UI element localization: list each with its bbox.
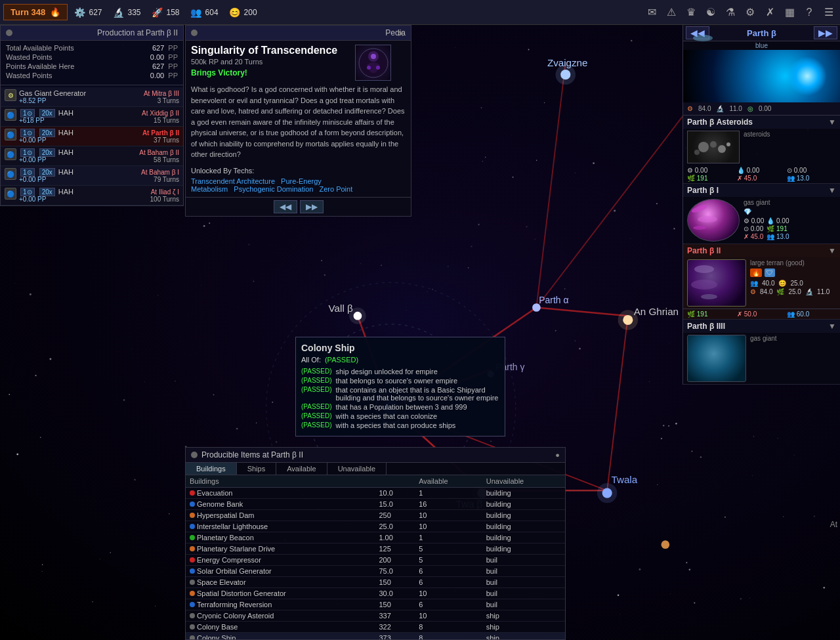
item-num-cell: 10 [415,510,482,521]
production-item[interactable]: 🔵 1⊙ 20x HAH At Baham β II +0.00 PP 58 T… [1,146,183,166]
item-num-cell: 1 [415,532,482,544]
p1-stat-1: ⚙ 0.00 [744,217,766,224]
star-display [683,50,840,102]
bullet-blue [190,602,195,607]
production-value: 627 [89,8,102,17]
crown-icon[interactable]: ♛ [683,5,699,20]
p1-stat-3: ⊙ 0.00 [744,225,766,232]
table-row[interactable]: Hyperspatial Dam 250 10 building [186,510,565,521]
tab-ships[interactable]: Ships [237,463,277,475]
production-item[interactable]: 🔵 1⊙ 20x HAH At Xiddig β II +618 PP 15 T… [1,107,183,127]
tooltip-req-1: (PASSED) ship design unlocked for empire [301,368,499,375]
tech-link-5[interactable]: Zero Point [319,185,352,193]
item-info: 1⊙ 20x HAH At Baham β II +0.00 PP 58 Tur… [19,148,179,163]
pedia-header: Pedia ✕ [186,26,411,41]
item-pp: +8.52 PP [19,97,46,104]
planet3-expand[interactable]: ▼ [828,322,836,331]
item-name-cell: Evacuation [186,488,375,499]
item-cost-cell: 250 [375,510,415,521]
planet2-stats: 👥 40.0 😊 25.0 ⚙ 84.0 🌿 25.0 🔬 11.0 [750,279,830,296]
close2-icon[interactable]: ✗ [762,5,778,20]
table-row[interactable]: Cryonic Colony Asteroid 337 10 ship [186,610,565,622]
table-row[interactable]: Colony Base 322 8 ship [186,622,565,633]
bottom-close-button[interactable]: ● [555,451,560,459]
item-name-cell: Colony Ship [186,633,375,640]
req2-status: (PASSED) [301,377,332,385]
tooltip-req-2: (PASSED) that belongs to source's owner … [301,377,499,385]
item-turns: 37 Turns [154,137,179,144]
pedia-panel: Pedia ✕ Singularity of Transcendence 500… [185,25,411,217]
table-row[interactable]: Planetary Beacon 1.00 1 building [186,532,565,544]
pedia-body: What is godhood? Is a god concerned with… [186,81,411,163]
total-points-row: Total Available Points 627 PP [6,43,178,53]
wasted2-unit: PP [168,72,178,79]
p1-stat-5: ✗ 45.0 [744,233,766,240]
menu-icon[interactable]: ☰ [821,5,837,20]
production-item[interactable]: ⚙ Gas Giant Generator At Mitra β III +8.… [1,87,183,107]
pedia-nav: ◀◀ ▶▶ [186,197,411,216]
asteroids-body: asteroids [683,129,840,165]
food-val: 25.0 [788,288,801,295]
diplomacy-icon[interactable]: ☯ [703,5,719,20]
items-table: Buildings Available Unavailable Evacuati… [186,475,565,639]
tech-link-4[interactable]: Psychogenic Domination [234,185,313,193]
item-type-cell: buil [482,577,565,588]
at-text: At [830,520,837,529]
production-item[interactable]: 🔵 1⊙ 20x HAH At Parth β II +0.00 PP 37 T… [1,127,183,146]
planet2-info: large terran (good) 🔥 🛡 👥 40.0 😊 25.0 ⚙ … [750,259,830,307]
help-icon[interactable]: ? [801,5,817,20]
table-row[interactable]: Terraforming Reversion 150 6 buil [186,599,565,610]
asteroids-expand[interactable]: ▼ [828,117,836,127]
tab-unavailable[interactable]: Unavailable [327,463,387,475]
pedia-nav-back[interactable]: ◀◀ [274,200,297,213]
table-row[interactable]: Genome Bank 15.0 16 building [186,499,565,510]
turn-button[interactable]: Turn 348 🔥 [3,4,68,20]
research2-icon[interactable]: ⚗ [723,5,738,20]
wasted1-value: 0.00 [150,53,164,61]
tech-link-2[interactable]: Pure-Energy [281,177,322,185]
item-pp: +0.00 PP [19,156,46,163]
item-cost-cell: 322 [375,622,415,633]
population-icon: 👥 [190,6,203,19]
production-item[interactable]: 🔵 1⊙ 20x HAH At Iliad ζ I +0.00 PP 100 T… [1,186,183,205]
table-row[interactable]: Spatial Distortion Generator 30.0 10 bui… [186,588,565,599]
here-label: Points Available Here [6,62,74,70]
table-row[interactable]: Interstellar Lighthouse 25.0 10 building [186,521,565,532]
planet2-expand[interactable]: ▼ [828,246,836,255]
tech-link-1[interactable]: Transcendent Architecture [191,177,275,185]
ast-stat-5: ✗ 45.0 [737,175,786,182]
tech-link-3[interactable]: Metabolism [191,185,228,193]
res-other-val: 0.00 [759,105,771,112]
total-value: 627 [152,44,164,52]
map-icon[interactable]: ▦ [782,5,797,20]
alert-icon[interactable]: ⚠ [663,5,679,20]
table-row[interactable]: Space Elevator 150 6 buil [186,577,565,588]
settings-icon[interactable]: ⚙ [742,5,758,20]
bottom-header: Producible Items at Parth β II ● [186,448,565,463]
item-cost-cell: 150 [375,577,415,588]
planet1-expand[interactable]: ▼ [828,186,836,195]
pedia-close-button[interactable]: ✕ [395,28,407,40]
stats-pop: 👥 40.0 😊 25.0 [750,279,830,288]
svg-point-245 [376,66,380,70]
right-nav-fwd[interactable]: ▶▶ [814,26,837,39]
table-row[interactable]: Energy Compressor 200 5 buil [186,555,565,566]
items-table-scroll[interactable]: Buildings Available Unavailable Evacuati… [186,475,565,639]
top-bar-icons: ✉ ⚠ ♛ ☯ ⚗ ⚙ ✗ ▦ ? ☰ [644,5,837,20]
table-row[interactable]: Planetary Starlane Drive 125 5 building [186,544,565,555]
table-row[interactable]: Colony Ship 373 8 ship [186,633,565,640]
production-item[interactable]: 🔵 1⊙ 20x HAH At Baham β I +0.00 PP 79 Tu… [1,166,183,186]
pedia-nav-fwd[interactable]: ▶▶ [300,200,324,213]
bullet-orange [190,546,195,551]
req1-status: (PASSED) [301,368,332,375]
item-pp: +0.00 PP [19,137,46,144]
item-name: 1⊙ 20x HAH [19,109,74,117]
tab-available[interactable]: Available [276,463,327,475]
mail-icon[interactable]: ✉ [644,5,660,20]
tab-buildings[interactable]: Buildings [186,463,237,475]
table-row[interactable]: Evacuation 10.0 1 building [186,488,565,499]
table-row[interactable]: Solar Orbital Generator 75.0 6 buil [186,566,565,577]
item-num-cell: 5 [415,555,482,566]
p1-stat-6: 👥 13.0 [766,233,789,240]
research-icon: 🔬 [112,6,125,19]
